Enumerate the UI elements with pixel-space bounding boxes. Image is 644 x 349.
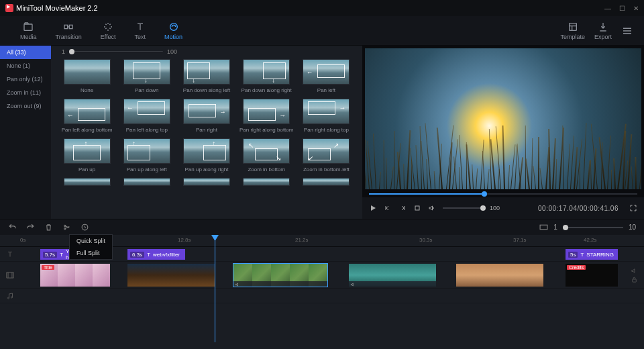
- prev-frame-button[interactable]: [384, 204, 392, 212]
- motion-none[interactable]: None: [59, 59, 115, 93]
- folder-icon: [23, 21, 34, 32]
- svg-rect-10: [7, 272, 14, 277]
- svg-rect-5: [415, 206, 419, 210]
- motion-pan-left-along-top[interactable]: ←Pan left along top: [119, 99, 174, 133]
- motion-pan-up[interactable]: ↑Pan up: [59, 138, 115, 172]
- motion-pan-up-along-left[interactable]: ↑Pan up along left: [119, 138, 174, 172]
- thumbnail-size-slider[interactable]: 1 100: [62, 48, 177, 55]
- text-clip[interactable]: 5sTSTARRING: [566, 249, 618, 260]
- svg-rect-11: [632, 279, 636, 282]
- video-clip[interactable]: [456, 264, 543, 287]
- svg-point-7: [64, 228, 66, 230]
- speed-button[interactable]: [80, 223, 89, 232]
- audio-track-icon: [6, 292, 14, 300]
- volume-icon[interactable]: [428, 204, 436, 212]
- motion-pan-down-along-left[interactable]: ↓Pan down along left: [178, 59, 234, 93]
- video-clip[interactable]: Credits: [566, 264, 618, 287]
- text-track-icon: [6, 250, 14, 258]
- redo-button[interactable]: [26, 223, 35, 232]
- preview-video[interactable]: [365, 48, 641, 189]
- motion-zoom-in-bottom[interactable]: ↘↖Zoom in bottom: [239, 138, 294, 172]
- filter-pan-only[interactable]: Pan only (12): [0, 72, 51, 86]
- template-icon: [568, 21, 578, 32]
- nav-media[interactable]: Media: [11, 21, 46, 40]
- svg-point-6: [64, 225, 66, 226]
- zoom-slider[interactable]: [563, 227, 623, 228]
- full-split-option[interactable]: Full Split: [70, 247, 112, 259]
- app-title: MiniTool MovieMaker 2.2: [16, 4, 98, 12]
- preview-progress[interactable]: [369, 192, 637, 196]
- play-button[interactable]: [369, 204, 377, 212]
- delete-button[interactable]: [44, 223, 53, 232]
- filter-all[interactable]: All (33): [0, 46, 51, 59]
- nav-text[interactable]: Text: [125, 21, 156, 40]
- motion-icon: [168, 21, 179, 32]
- text-icon: [135, 21, 146, 32]
- nav-effect[interactable]: Effect: [91, 21, 125, 40]
- minimize-button[interactable]: —: [604, 5, 611, 12]
- audio-track[interactable]: [0, 289, 644, 303]
- svg-point-13: [11, 297, 13, 298]
- filter-zoom-out[interactable]: Zoom out (9): [0, 99, 51, 113]
- motion-grid: None↓Pan down↓Pan down along left↓Pan do…: [51, 46, 362, 219]
- track-volume-icon[interactable]: [631, 267, 638, 275]
- motion-pan-right[interactable]: →Pan right: [178, 99, 234, 133]
- export-icon: [598, 21, 608, 32]
- maximize-button[interactable]: ☐: [619, 5, 625, 12]
- motion-pan-right-along-bottom[interactable]: →Pan right along bottom: [239, 99, 294, 133]
- app-logo: MiniTool MovieMaker 2.2: [5, 4, 98, 12]
- fullscreen-button[interactable]: [629, 204, 637, 212]
- svg-point-3: [170, 23, 177, 30]
- logo-icon: [5, 4, 13, 12]
- volume-value: 100: [490, 205, 500, 211]
- close-button[interactable]: ✕: [633, 5, 639, 12]
- video-clip[interactable]: [127, 264, 215, 287]
- video-clip[interactable]: [349, 264, 436, 287]
- video-track[interactable]: TitleCredits: [0, 262, 644, 289]
- motion-pan-right-along-top[interactable]: →Pan right along top: [299, 99, 354, 133]
- zoom-min: 1: [553, 223, 557, 231]
- svg-point-12: [8, 297, 9, 299]
- video-track-icon: [5, 270, 15, 280]
- filter-zoom-in[interactable]: Zoom in (11): [0, 86, 51, 99]
- track-lock-icon[interactable]: [631, 276, 638, 283]
- motion-zoom-in-bottom-left[interactable]: ↙↗Zoom in bottom-left: [299, 138, 354, 172]
- motion-filter-list: All (33)None (1)Pan only (12)Zoom in (11…: [0, 46, 51, 219]
- effect-icon: [103, 21, 113, 32]
- split-button[interactable]: [62, 223, 71, 232]
- nav-transition[interactable]: Transition: [46, 21, 91, 40]
- template-button[interactable]: Template: [560, 21, 585, 40]
- export-button[interactable]: Export: [594, 21, 612, 40]
- split-menu: Quick Split Full Split: [69, 234, 113, 260]
- transition-icon: [63, 21, 74, 32]
- motion-pan-up-along-right[interactable]: ↑Pan up along right: [178, 138, 234, 172]
- filter-none[interactable]: None (1): [0, 59, 51, 72]
- undo-button[interactable]: [8, 223, 17, 232]
- motion-pan-down[interactable]: ↓Pan down: [119, 59, 174, 93]
- svg-rect-4: [569, 23, 576, 30]
- preview-panel: 100 00:00:17.04/00:00:41.06: [362, 46, 644, 219]
- svg-rect-1: [64, 25, 68, 28]
- svg-rect-0: [24, 24, 32, 30]
- zoom-max: 10: [629, 223, 636, 231]
- stop-button[interactable]: [413, 204, 421, 212]
- video-clip[interactable]: [233, 264, 327, 287]
- motion-pan-left[interactable]: ←Pan left: [299, 59, 354, 93]
- fit-button[interactable]: [539, 223, 548, 232]
- menu-button[interactable]: [621, 25, 633, 37]
- timecode: 00:00:17.04/00:00:41.06: [538, 205, 619, 212]
- text-clip[interactable]: 6.3sTwebvfxfilter: [127, 249, 185, 260]
- motion-pan-left-along-bottom[interactable]: ←Pan left along bottom: [59, 99, 115, 133]
- svg-rect-2: [69, 25, 72, 28]
- video-clip[interactable]: Title: [40, 264, 110, 287]
- svg-rect-9: [540, 225, 547, 230]
- motion-pan-down-along-right[interactable]: ↓Pan down along right: [239, 59, 294, 93]
- quick-split-option[interactable]: Quick Split: [70, 235, 112, 247]
- nav-motion[interactable]: Motion: [155, 21, 192, 40]
- volume-slider[interactable]: [443, 207, 483, 209]
- next-frame-button[interactable]: [398, 204, 407, 212]
